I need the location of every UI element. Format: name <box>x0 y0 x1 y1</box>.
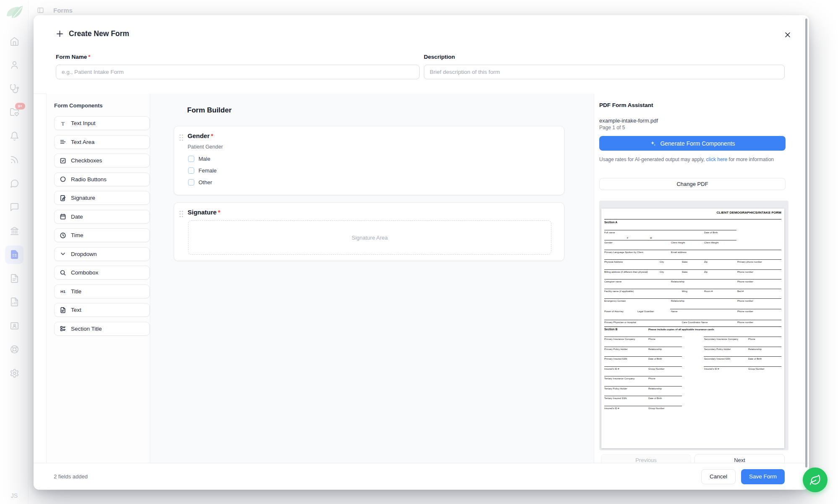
field-label: Signature* <box>188 209 220 216</box>
form-name-input[interactable] <box>56 65 420 79</box>
h1-icon: H1 <box>60 288 66 295</box>
required-marker: * <box>88 54 90 60</box>
pdf-label: Legal Guardian <box>637 310 654 313</box>
component-item-text[interactable]: Text <box>54 303 150 317</box>
pdf-label: Client Height <box>671 241 685 244</box>
pdf-label: Zip <box>704 261 707 263</box>
pdf-label: Billing address (if different than physi… <box>604 271 648 273</box>
pdf-label: Primary phone number <box>737 261 762 263</box>
component-item-radio-buttons[interactable]: Radio Buttons <box>54 172 150 186</box>
drag-handle-icon[interactable] <box>179 134 184 141</box>
component-item-title[interactable]: H1Title <box>54 285 150 298</box>
pdf-line <box>604 298 781 299</box>
chevron-down-icon <box>60 251 66 257</box>
pdf-label: Phone number <box>737 310 753 313</box>
app-root: 9+ JS Forms Create New Form Form Name* <box>0 0 838 504</box>
description-input[interactable] <box>424 65 785 79</box>
pdf-label: Insured's ID # <box>604 407 619 410</box>
pdf-label: Primary Language Spoken by Client <box>604 251 643 253</box>
pdf-line <box>604 356 682 357</box>
modal-scrollbar[interactable] <box>805 18 807 467</box>
component-item-text-input[interactable]: TText Input <box>54 116 150 130</box>
modal-title: Create New Form <box>69 29 129 38</box>
signature-icon <box>60 195 66 201</box>
usage-note-link[interactable]: click here <box>706 157 728 162</box>
pdf-label: Tertiary Insured SSN <box>604 397 627 400</box>
pdf-label: Phone <box>648 377 655 380</box>
component-item-label: Title <box>71 288 81 295</box>
change-pdf-button[interactable]: Change PDF <box>599 178 786 190</box>
checkbox[interactable] <box>188 167 194 174</box>
checkbox-option-label: Female <box>198 167 217 174</box>
pdf-line <box>670 309 781 309</box>
pdf-section-divider <box>604 326 781 327</box>
pdf-line <box>604 320 781 320</box>
components-panel-title: Form Components <box>54 102 103 109</box>
component-item-text-area[interactable]: Text Area <box>54 135 150 149</box>
form-builder-panel: Form Builder Gender* Patient Gender Male… <box>150 94 594 463</box>
description-label: Description <box>424 54 455 60</box>
fields-added-status: 2 fields added <box>54 473 88 480</box>
pdf-label: State <box>682 261 688 263</box>
component-item-signature[interactable]: Signature <box>54 191 150 205</box>
form-components-panel: Form Components TText InputText AreaChec… <box>46 94 150 463</box>
pdf-label: Date of Birth <box>748 358 762 360</box>
file-text-icon <box>60 307 66 313</box>
pdf-label: Care Coordinator Name <box>682 321 708 324</box>
pdf-label: Phone number <box>737 300 753 302</box>
checkbox[interactable] <box>188 179 194 185</box>
pdf-line <box>604 337 682 337</box>
pdf-line <box>704 366 781 367</box>
save-form-button[interactable]: Save Form <box>741 469 785 484</box>
pdf-label: Date of Birth <box>648 397 662 400</box>
checkbox-options: MaleFemaleOther <box>188 156 217 185</box>
component-item-label: Checkboxes <box>71 157 102 164</box>
component-item-dropdown[interactable]: Dropdown <box>54 247 150 261</box>
pdf-line <box>604 406 682 406</box>
component-item-checkboxes[interactable]: Checkboxes <box>54 154 150 167</box>
component-item-date[interactable]: Date <box>54 210 150 224</box>
pdf-label: City <box>660 261 664 263</box>
component-item-combobox[interactable]: Combobox <box>54 266 150 279</box>
pdf-label: Power of Attorney <box>604 310 624 313</box>
component-item-label: Text Area <box>71 139 94 145</box>
pdf-line <box>704 347 781 347</box>
close-icon <box>783 31 792 39</box>
checkbox-option-label: Other <box>198 179 212 185</box>
pdf-line <box>604 279 781 279</box>
pdf-label: Relationship <box>648 387 662 390</box>
pdf-assistant-panel: PDF Form Assistant example-intake-form.p… <box>594 94 809 463</box>
checkbox[interactable] <box>188 156 194 162</box>
generate-form-components-button[interactable]: Generate Form Components <box>599 136 786 151</box>
component-item-section-title[interactable]: Section Title <box>54 322 150 336</box>
pdf-label: Date of Birth <box>648 358 662 360</box>
pdf-label: Physical Address <box>604 261 623 263</box>
sparkles-icon <box>650 140 656 147</box>
pdf-label: Email address <box>671 251 687 253</box>
plus-icon <box>55 29 64 38</box>
pdf-label: Phone <box>748 338 755 340</box>
pdf-line <box>704 356 781 357</box>
calendar-icon <box>60 213 66 220</box>
close-button[interactable] <box>781 29 794 41</box>
form-builder-title: Form Builder <box>187 106 232 115</box>
field-label: Gender* <box>188 132 213 139</box>
pdf-label: Date of Birth <box>704 231 718 234</box>
component-item-time[interactable]: Time <box>54 228 150 242</box>
svg-text:T: T <box>61 120 65 126</box>
pdf-page: CLIENT DEMOGRAPHICS/INTAKE FORM Section … <box>601 209 784 448</box>
svg-text:H1: H1 <box>60 289 66 294</box>
pdf-label: Insured's ID # <box>704 368 719 370</box>
checkbox-option: Female <box>188 167 217 174</box>
checkbox-option: Male <box>188 156 217 162</box>
pdf-label: Room # <box>704 290 713 292</box>
drag-handle-icon[interactable] <box>179 210 184 218</box>
cancel-button[interactable]: Cancel <box>701 469 736 484</box>
assistant-fab[interactable] <box>803 467 828 492</box>
pdf-label: Insured's ID # <box>604 368 619 370</box>
pdf-line <box>604 289 781 289</box>
checkbox-option: Other <box>188 179 217 185</box>
signature-area[interactable]: Signature Area <box>188 220 551 255</box>
component-item-label: Time <box>71 232 84 238</box>
pdf-label: Relationship <box>671 300 684 302</box>
